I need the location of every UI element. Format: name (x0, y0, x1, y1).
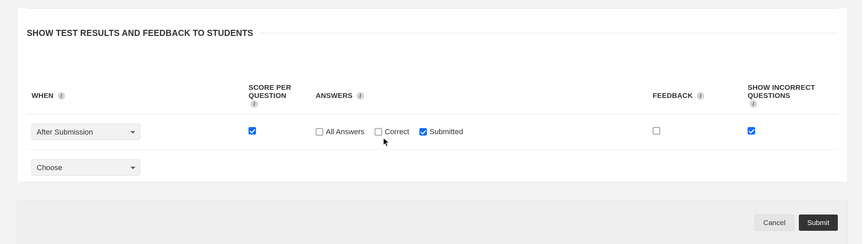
header-feedback-label: FEEDBACK (653, 92, 693, 99)
correct-item: Correct (375, 127, 409, 136)
info-icon[interactable]: i (251, 100, 258, 108)
panel-content: SHOW TEST RESULTS AND FEEDBACK TO STUDEN… (17, 8, 847, 182)
submit-button[interactable]: Submit (799, 215, 838, 231)
section-divider (259, 33, 838, 33)
info-icon[interactable]: i (357, 92, 364, 100)
table-row: Choose (27, 150, 838, 182)
header-answers: ANSWERS i (311, 79, 648, 114)
header-score: SCORE PER QUESTION i (244, 79, 311, 114)
section-title: SHOW TEST RESULTS AND FEEDBACK TO STUDEN… (27, 28, 253, 38)
header-when-label: WHEN (32, 92, 54, 99)
header-incorrect: SHOW INCORRECT QUESTIONS i (743, 79, 838, 114)
section-header: SHOW TEST RESULTS AND FEEDBACK TO STUDEN… (27, 28, 838, 38)
settings-panel: SHOW TEST RESULTS AND FEEDBACK TO STUDEN… (17, 8, 848, 182)
info-icon[interactable]: i (697, 92, 704, 100)
header-score-label: SCORE PER QUESTION (249, 83, 306, 100)
header-when: WHEN i (27, 79, 244, 114)
previous-section-divider (27, 8, 838, 8)
feedback-table: WHEN i SCORE PER QUESTION i ANSWERS i (27, 79, 838, 182)
header-answers-label: ANSWERS (316, 92, 353, 99)
score-per-question-checkbox[interactable] (249, 127, 256, 135)
submitted-checkbox[interactable] (419, 128, 427, 136)
submitted-label: Submitted (430, 127, 463, 136)
all-answers-item: All Answers (316, 127, 364, 136)
info-icon[interactable]: i (750, 100, 757, 108)
info-icon[interactable]: i (58, 92, 65, 100)
header-feedback: FEEDBACK i (648, 79, 743, 114)
feedback-checkbox[interactable] (653, 127, 660, 135)
answers-group: All Answers Correct Submitted (316, 127, 643, 136)
correct-label: Correct (385, 127, 409, 136)
right-rail (861, 0, 868, 244)
feedback-table-wrap: WHEN i SCORE PER QUESTION i ANSWERS i (27, 79, 838, 182)
all-answers-label: All Answers (326, 127, 364, 136)
all-answers-checkbox[interactable] (316, 128, 323, 136)
show-incorrect-checkbox[interactable] (748, 127, 755, 135)
table-row: After Submission All Answers (27, 114, 838, 150)
cancel-button[interactable]: Cancel (755, 215, 794, 231)
submitted-item: Submitted (419, 127, 463, 136)
when-select[interactable]: After Submission (32, 124, 140, 140)
footer-bar: Cancel Submit (17, 201, 848, 244)
when-select[interactable]: Choose (32, 159, 140, 176)
header-incorrect-label: SHOW INCORRECT QUESTIONS (748, 83, 833, 100)
correct-checkbox[interactable] (375, 128, 382, 136)
